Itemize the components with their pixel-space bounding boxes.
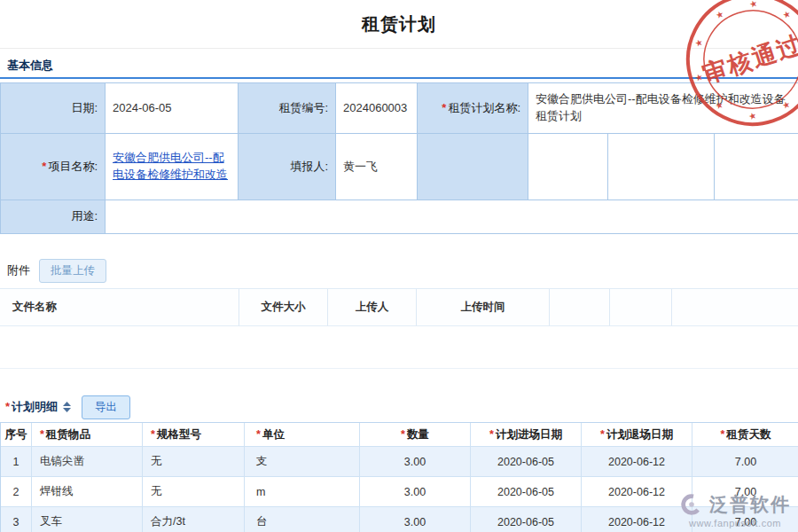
cell-item: 叉车 xyxy=(32,507,143,532)
cell-unit: m xyxy=(245,477,360,507)
vendor-watermark: 泛普软件 www.fanpusoft.com xyxy=(679,492,791,528)
file-header-time: 上传时间 xyxy=(417,289,550,326)
purpose-value xyxy=(106,200,798,234)
detail-header-days: *租赁天数 xyxy=(692,423,798,447)
required-mark: * xyxy=(5,400,10,413)
cell-end-date: 2020-06-12 xyxy=(582,477,692,507)
vendor-logo-icon xyxy=(679,492,704,517)
cell-spec: 无 xyxy=(143,447,245,477)
cell-item: 焊钳线 xyxy=(32,477,143,507)
plan-name-value: 安徽合肥供电公司--配电设备检修维护和改造设备租赁计划 xyxy=(528,83,798,134)
cell-seq: 2 xyxy=(1,477,32,507)
file-header-name: 文件名称 xyxy=(0,289,239,326)
plan-name-label: *租赁计划名称: xyxy=(418,83,528,134)
date-value: 2024-06-05 xyxy=(106,83,239,134)
file-header-empty xyxy=(550,289,610,326)
empty-value-cell xyxy=(528,134,608,200)
plan-details-bar: *计划明细 导出 xyxy=(0,394,798,420)
detail-header-seq: 序号 xyxy=(1,423,32,447)
reporter-label: 填报人: xyxy=(239,134,336,200)
detail-header-qty: *数量 xyxy=(360,423,471,447)
cell-spec: 合力/3t xyxy=(143,507,245,532)
required-mark: * xyxy=(600,428,605,441)
cell-end-date: 2020-06-12 xyxy=(582,447,692,477)
required-mark: * xyxy=(256,428,261,441)
empty-value-cell xyxy=(715,134,798,200)
title-bar: 租赁计划 xyxy=(0,0,798,49)
rental-no-value: 2024060003 xyxy=(336,83,418,134)
cell-qty: 3.00 xyxy=(360,507,471,532)
batch-upload-button[interactable]: 批量上传 xyxy=(39,259,106,283)
file-header-size: 文件大小 xyxy=(239,289,328,326)
file-header-empty xyxy=(610,289,672,326)
detail-header-spec: *规格型号 xyxy=(143,423,245,447)
required-mark: * xyxy=(42,159,46,176)
cell-unit: 支 xyxy=(245,447,360,477)
attachments-empty-row xyxy=(0,326,798,369)
export-button[interactable]: 导出 xyxy=(82,395,130,419)
empty-label-cell xyxy=(418,134,528,200)
cell-seq: 3 xyxy=(1,507,32,532)
cell-end-date: 2020-06-12 xyxy=(582,507,692,532)
cell-qty: 3.00 xyxy=(360,447,471,477)
cell-start-date: 2020-06-05 xyxy=(471,507,582,532)
required-mark: * xyxy=(721,428,725,441)
page: 租赁计划 审核通过 ★ ★ ★ ★ ★ ★ ★ ★ ★ ★ 基本信息 日期: 2… xyxy=(0,0,798,532)
project-name-label: *项目名称: xyxy=(1,134,106,200)
required-mark: * xyxy=(442,100,446,117)
plan-details-label: *计划明细 xyxy=(5,399,58,415)
cell-spec: 无 xyxy=(143,477,245,507)
cell-seq: 1 xyxy=(1,447,32,477)
cell-days: 7.00 xyxy=(692,447,798,477)
cell-qty: 3.00 xyxy=(360,477,471,507)
cell-start-date: 2020-06-05 xyxy=(471,447,582,477)
page-title: 租赁计划 xyxy=(362,12,436,36)
plan-details-table: 序号 *租赁物品 *规格型号 *单位 *数量 *计划进场日期 *计划退场日期 *… xyxy=(0,422,798,532)
basic-info-title: 基本信息 xyxy=(7,58,53,74)
detail-header-end-date: *计划退场日期 xyxy=(582,423,692,447)
attachments-table: 文件名称 文件大小 上传人 上传时间 xyxy=(0,288,798,326)
attachments-label: 附件 xyxy=(7,262,30,278)
required-mark: * xyxy=(401,428,405,441)
required-mark: * xyxy=(151,428,155,441)
cell-item: 电镐尖凿 xyxy=(32,447,143,477)
sort-icon[interactable] xyxy=(63,402,71,412)
reporter-value: 黄一飞 xyxy=(336,134,418,200)
vendor-brand: 泛普软件 xyxy=(709,492,791,517)
rental-no-label: 租赁编号: xyxy=(239,83,336,134)
project-name-cell: 安徽合肥供电公司--配电设备检修维护和改造 xyxy=(106,134,239,200)
attachments-bar: 附件 批量上传 xyxy=(0,257,798,284)
project-name-link[interactable]: 安徽合肥供电公司--配电设备检修维护和改造 xyxy=(113,150,231,184)
detail-header-item: *租赁物品 xyxy=(32,423,143,447)
empty-value-cell xyxy=(608,134,715,200)
date-label: 日期: xyxy=(1,83,106,134)
detail-header-start-date: *计划进场日期 xyxy=(471,423,582,447)
file-header-empty xyxy=(672,289,798,326)
basic-info-table: 日期: 2024-06-05 租赁编号: 2024060003 *租赁计划名称:… xyxy=(0,82,798,234)
detail-header-unit: *单位 xyxy=(245,423,360,447)
cell-unit: 台 xyxy=(245,507,360,532)
purpose-label: 用途: xyxy=(1,200,106,234)
file-header-uploader: 上传人 xyxy=(328,289,417,326)
vendor-url: www.fanpusoft.com xyxy=(689,518,781,528)
required-mark: * xyxy=(489,428,494,441)
section-basic-info-header: 基本信息 xyxy=(0,54,798,79)
cell-start-date: 2020-06-05 xyxy=(471,477,582,507)
required-mark: * xyxy=(40,428,44,441)
